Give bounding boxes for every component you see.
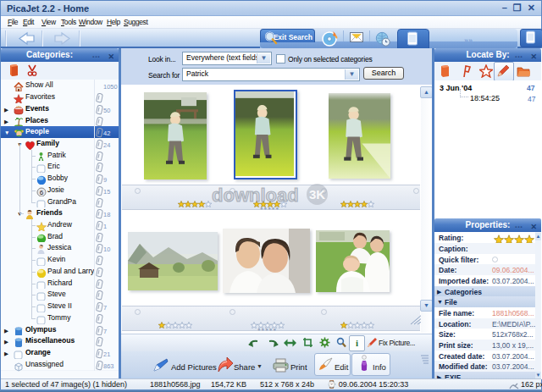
svg-text:6: 6 [40, 189, 44, 196]
